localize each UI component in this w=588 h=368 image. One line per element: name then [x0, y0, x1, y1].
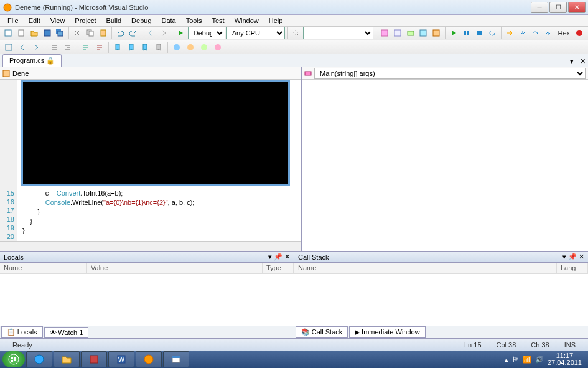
dropdown-icon[interactable]: ▾ — [562, 253, 566, 261]
menu-view[interactable]: View — [45, 16, 70, 26]
uncomment-icon[interactable] — [93, 41, 106, 54]
tool1-icon[interactable] — [170, 41, 183, 54]
save-icon[interactable] — [41, 27, 53, 39]
forward-icon[interactable] — [30, 41, 42, 54]
cut-icon[interactable] — [72, 27, 83, 39]
pin-icon[interactable]: 📌 — [274, 253, 282, 261]
tray-arrow-icon[interactable]: ▴ — [505, 356, 508, 364]
tab-watch1[interactable]: 👁 Watch 1 — [44, 327, 89, 338]
hex-label[interactable]: Hex — [556, 29, 573, 37]
menu-help[interactable]: Help — [264, 16, 288, 26]
comment-icon[interactable] — [80, 41, 92, 54]
tool4-icon[interactable] — [212, 41, 224, 54]
menu-file[interactable]: File — [2, 16, 24, 26]
increase-indent-icon[interactable] — [62, 41, 74, 54]
menu-debug[interactable]: Debug — [126, 16, 156, 26]
back-icon[interactable] — [16, 41, 29, 54]
tab-program-cs[interactable]: Program.cs 🔒 — [2, 54, 62, 67]
tab-locals[interactable]: 📋 Locals — [1, 326, 43, 338]
col-name[interactable]: Name — [0, 263, 87, 273]
next-bookmark-icon[interactable] — [139, 41, 151, 54]
solution-explorer-icon[interactable] — [379, 27, 391, 39]
save-all-icon[interactable] — [54, 27, 66, 39]
maximize-button[interactable]: ☐ — [549, 2, 567, 13]
close-icon[interactable]: ✕ — [579, 253, 584, 261]
dropdown-icon[interactable]: ▾ — [268, 253, 272, 261]
minimize-button[interactable]: ─ — [531, 2, 548, 13]
tab-immediate[interactable]: ▶ Immediate Window — [349, 326, 425, 338]
col-name[interactable]: Name — [294, 263, 557, 273]
taskbar-word[interactable]: W — [108, 351, 134, 367]
tab-callstack[interactable]: 📚 Call Stack — [296, 326, 348, 338]
tray-clock[interactable]: 11:17 27.04.2011 — [548, 352, 582, 366]
pin-icon[interactable]: 📌 — [568, 253, 577, 261]
taskbar-ie[interactable] — [26, 351, 52, 367]
clear-bookmark-icon[interactable] — [152, 41, 165, 54]
decrease-indent-icon[interactable] — [48, 41, 60, 54]
close-doc-icon[interactable]: ✕ — [577, 56, 588, 67]
copy-icon[interactable] — [85, 27, 96, 39]
menu-window[interactable]: Window — [230, 16, 264, 26]
config-dropdown[interactable]: Debug — [188, 27, 225, 39]
menu-project[interactable]: Project — [70, 16, 101, 26]
horizontal-scrollbar[interactable] — [0, 241, 301, 251]
step-into-icon[interactable] — [516, 27, 528, 39]
continue-icon[interactable] — [447, 27, 459, 39]
locals-header[interactable]: Locals ▾ 📌 ✕ — [0, 252, 294, 263]
prev-bookmark-icon[interactable] — [125, 41, 138, 54]
bookmark-icon[interactable] — [111, 41, 124, 54]
menu-build[interactable]: Build — [101, 16, 126, 26]
start-button[interactable] — [2, 351, 25, 367]
find-dropdown[interactable] — [303, 27, 373, 39]
object-browser-icon[interactable] — [2, 41, 15, 54]
find-icon[interactable] — [291, 27, 302, 39]
callstack-body[interactable] — [294, 274, 588, 326]
taskbar-app1[interactable] — [81, 351, 107, 367]
restart-icon[interactable] — [487, 27, 498, 39]
step-over-icon[interactable] — [530, 27, 541, 39]
taskbar-console[interactable] — [163, 351, 189, 367]
toolbox-icon[interactable] — [404, 27, 416, 39]
undo-icon[interactable] — [114, 27, 126, 39]
show-next-statement-icon[interactable] — [503, 27, 515, 39]
tray-volume-icon[interactable]: 🔊 — [535, 356, 544, 364]
dropdown-icon[interactable]: ▾ — [567, 56, 576, 67]
nav-back-icon[interactable] — [144, 27, 156, 39]
tray-network-icon[interactable]: 📶 — [523, 356, 531, 364]
tray-flag-icon[interactable]: 🏳 — [512, 356, 519, 363]
callstack-header[interactable]: Call Stack ▾ 📌 ✕ — [294, 252, 588, 263]
col-value[interactable]: Value — [87, 263, 263, 273]
new-project-icon[interactable] — [2, 27, 14, 39]
platform-dropdown[interactable]: Any CPU — [226, 27, 285, 39]
menu-tools[interactable]: Tools — [181, 16, 207, 26]
properties-icon[interactable] — [391, 27, 403, 39]
menu-edit[interactable]: Edit — [24, 16, 45, 26]
extension-icon[interactable] — [431, 27, 442, 39]
stop-icon[interactable] — [474, 27, 485, 39]
tool2-icon[interactable] — [184, 41, 197, 54]
tool3-icon[interactable] — [198, 41, 210, 54]
start-icon[interactable] — [175, 27, 187, 39]
nav-forward-icon[interactable] — [157, 27, 169, 39]
step-out-icon[interactable] — [543, 27, 554, 39]
svg-rect-17 — [467, 31, 469, 35]
breakpoints-icon[interactable] — [574, 27, 586, 39]
break-all-icon[interactable] — [460, 27, 472, 39]
console-window[interactable] — [21, 80, 290, 186]
locals-body[interactable] — [0, 274, 294, 326]
col-type[interactable]: Type — [263, 263, 294, 273]
paste-icon[interactable] — [97, 27, 109, 39]
start-page-icon[interactable] — [418, 27, 429, 39]
close-button[interactable]: ✕ — [568, 2, 586, 13]
menu-data[interactable]: Data — [157, 16, 181, 26]
member-dropdown[interactable]: Main(string[] args) — [314, 68, 586, 79]
taskbar-vs[interactable] — [136, 351, 162, 367]
menu-test[interactable]: Test — [207, 16, 229, 26]
editor-right-body[interactable] — [302, 80, 588, 251]
new-file-icon[interactable] — [16, 27, 27, 39]
redo-icon[interactable] — [128, 27, 139, 39]
open-icon[interactable] — [29, 27, 40, 39]
taskbar-explorer[interactable] — [54, 351, 80, 367]
col-lang[interactable]: Lang — [557, 263, 588, 273]
close-icon[interactable]: ✕ — [284, 253, 290, 261]
